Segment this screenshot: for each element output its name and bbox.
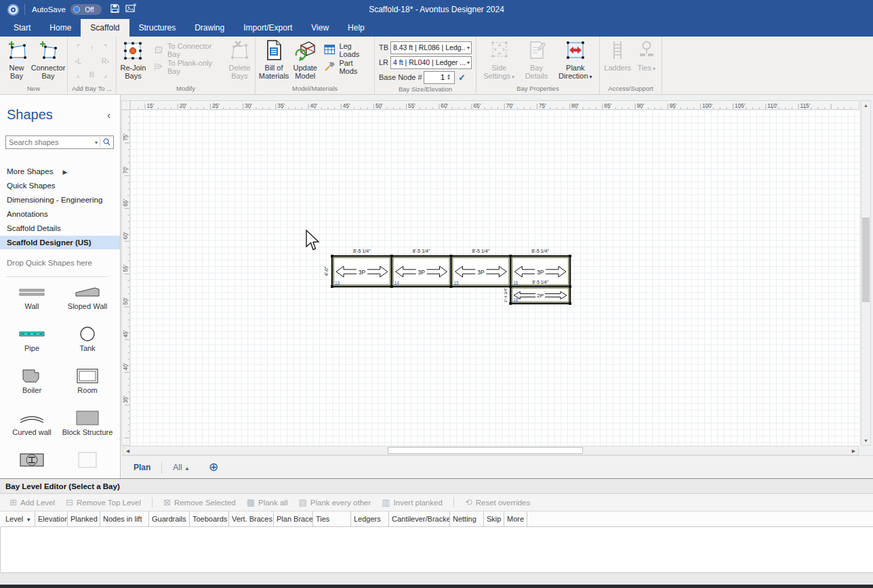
stencil-wall[interactable]: Wall [5, 282, 58, 324]
chevron-down-icon[interactable]: ▾ [95, 140, 98, 146]
stencil-tank[interactable]: Tank [61, 324, 114, 366]
vscroll-thumb[interactable] [862, 217, 870, 302]
add-bay-bottom-icon[interactable]: B [85, 68, 99, 81]
stencil-ibeam-structure[interactable] [5, 450, 58, 478]
plank-all-button[interactable]: ▦Plank all [247, 498, 288, 507]
ribbon-tab-help[interactable]: Help [338, 19, 374, 37]
collapse-panel-icon[interactable]: ‹ [107, 110, 110, 121]
ribbon-tab-import-export[interactable]: Import/Export [234, 19, 302, 37]
side-settings-button[interactable]: Side Settings▾ [480, 38, 518, 81]
tb-dropdown[interactable]: 8.43 ft | RL086 | Ledg... ▾ [390, 41, 472, 54]
invert-planked-button[interactable]: ▥Invert planked [382, 498, 443, 507]
shapes-section-more-shapes[interactable]: More Shapes▶ [0, 165, 120, 178]
save-icon[interactable] [110, 3, 120, 16]
tab-all[interactable]: All ▲ [173, 463, 190, 472]
shapes-section-annotations[interactable]: Annotations [0, 207, 120, 221]
ribbon-tab-view[interactable]: View [302, 19, 338, 37]
search-input[interactable] [6, 138, 93, 146]
ribbon-tab-structures[interactable]: Structures [129, 19, 186, 37]
connector-bay-button[interactable]: Connector Bay [31, 38, 65, 80]
column-header-cantilever-bracket[interactable]: Cantilever/Bracket [389, 511, 450, 526]
column-header-planked[interactable]: Planked [68, 511, 100, 526]
hscroll-thumb[interactable] [388, 447, 583, 454]
delete-bays-button[interactable]: Delete Bays [226, 38, 253, 80]
bay-details-button[interactable]: Bay Details [521, 38, 552, 80]
stencil-room[interactable]: Room [61, 366, 114, 408]
scroll-up-icon[interactable]: ▲ [861, 101, 870, 110]
column-header-ledgers[interactable]: Ledgers [351, 511, 389, 526]
stencil-blank-shape[interactable] [61, 450, 114, 478]
shapes-section-quick-shapes[interactable]: Quick Shapes [0, 179, 120, 192]
column-header-skip[interactable]: Skip [484, 511, 504, 526]
part-mods-button[interactable]: Part Mods [324, 60, 372, 75]
svg-text:95': 95' [670, 102, 677, 109]
remove-top-level-button[interactable]: ⊟Remove Top Level [66, 498, 141, 507]
add-bay-top-left-icon[interactable]: ⌜ [72, 41, 85, 54]
shapes-section-scaffold-designer-us-[interactable]: Scaffold Designer (US) [0, 236, 120, 249]
app-logo-icon[interactable] [7, 4, 19, 16]
export-image-icon[interactable] [125, 3, 136, 16]
ladders-button[interactable]: Ladders [603, 38, 632, 72]
add-bay-left-icon[interactable]: ‹L [72, 54, 85, 68]
plank-direction-button[interactable]: Plank Direction▾ [555, 38, 596, 81]
page-tab-strip: Plan All ▲ ⊕ [121, 455, 873, 478]
add-bay-bottom-right-icon[interactable]: ⌟ [99, 68, 113, 81]
apply-check-icon[interactable]: ✓ [458, 72, 466, 83]
stencil-block-structure[interactable]: Block Structure [61, 408, 114, 450]
search-icon[interactable] [103, 136, 110, 148]
to-plank-only-bay-button[interactable]: To Plank-only Bay [153, 60, 222, 75]
ribbon-tab-home[interactable]: Home [40, 19, 81, 37]
ties-button[interactable]: Ties▾ [634, 38, 659, 73]
column-header-vert-braces[interactable]: Vert. Braces [229, 511, 274, 526]
add-bay-top-right-icon[interactable]: ⌝ [99, 41, 113, 54]
stencil-boiler[interactable]: Boiler [5, 366, 58, 408]
horizontal-scrollbar[interactable]: ◀ ▶ [123, 446, 859, 455]
tab-plan[interactable]: Plan [134, 463, 150, 472]
plank-every-other-button[interactable]: ▤Plank every other [298, 498, 371, 507]
leg-loads-button[interactable]: Leg Loads [324, 43, 372, 58]
svg-text:55': 55' [408, 102, 415, 109]
add-level-button[interactable]: ⊞Add Level [9, 498, 55, 507]
column-header-ties[interactable]: Ties [313, 511, 351, 526]
add-page-icon[interactable]: ⊕ [209, 461, 218, 473]
shapes-section-dimensioning-engineering[interactable]: Dimensioning - Engineering [0, 193, 120, 207]
ribbon-tab-start[interactable]: Start [4, 19, 40, 37]
add-bay-bottom-left-icon[interactable]: ⌞ [72, 68, 85, 81]
to-connector-bay-button[interactable]: To Connector Bay [153, 43, 222, 58]
add-bay-right-icon[interactable]: R› [99, 54, 113, 68]
shapes-section-scaffold-details[interactable]: Scaffold Details [0, 222, 120, 235]
column-header-more[interactable]: More [504, 511, 527, 526]
spinner-icon[interactable]: ▲▼ [446, 74, 451, 81]
drawing-canvas[interactable]: 8'-5 1/4"3P138'-5 1/4"3P148'-5 1/4"3P158… [130, 110, 859, 446]
column-header-nodes-in-lift[interactable]: Nodes in lift [100, 511, 149, 526]
ribbon-tab-drawing[interactable]: Drawing [185, 19, 234, 37]
scroll-right-icon[interactable]: ▶ [849, 446, 858, 455]
column-header-level[interactable]: Level▼ [3, 511, 35, 526]
rejoin-bays-button[interactable]: Re-Join Bays [119, 38, 148, 80]
scaffold-drawing[interactable]: 8'-5 1/4"3P138'-5 1/4"3P148'-5 1/4"3P158… [320, 244, 584, 322]
add-bay-top-icon[interactable]: ↑ [85, 41, 99, 54]
remove-selected-icon: ⊠ [163, 498, 171, 507]
lr-dropdown[interactable]: 4 ft | RL040 | Ledger ... ▾ [390, 56, 472, 69]
reset-overrides-button[interactable]: ⟲Reset overrides [465, 498, 530, 507]
column-header-elevation[interactable]: Elevation [35, 511, 68, 526]
stencil-sloped-wall[interactable]: Sloped Wall [61, 282, 114, 324]
ribbon-tab-scaffold[interactable]: Scaffold [81, 19, 129, 37]
new-bay-button[interactable]: New Bay [2, 38, 31, 80]
stencil-pipe[interactable]: Pipe [5, 324, 58, 366]
bill-of-materials-button[interactable]: Bill of Materials [258, 38, 290, 80]
update-model-button[interactable]: Update Model [290, 38, 320, 80]
vertical-scrollbar[interactable]: ▲ ▼ [861, 100, 871, 446]
remove-selected-button[interactable]: ⊠Remove Selected [163, 498, 236, 507]
column-header-toeboards[interactable]: Toeboards [190, 511, 229, 526]
autosave-toggle[interactable]: Off [70, 4, 102, 15]
column-header-netting[interactable]: Netting [450, 511, 484, 526]
base-node-input[interactable]: ▲▼ [424, 71, 455, 84]
base-node-field[interactable] [424, 73, 446, 81]
scroll-down-icon[interactable]: ▼ [861, 436, 870, 445]
column-header-plan-brace[interactable]: Plan Brace [274, 511, 313, 526]
bay-level-table-body[interactable] [0, 527, 873, 572]
column-header-guardrails[interactable]: Guardrails [149, 511, 190, 526]
stencil-curved-wall[interactable]: Curved wall [5, 408, 58, 450]
scroll-left-icon[interactable]: ◀ [123, 446, 132, 455]
